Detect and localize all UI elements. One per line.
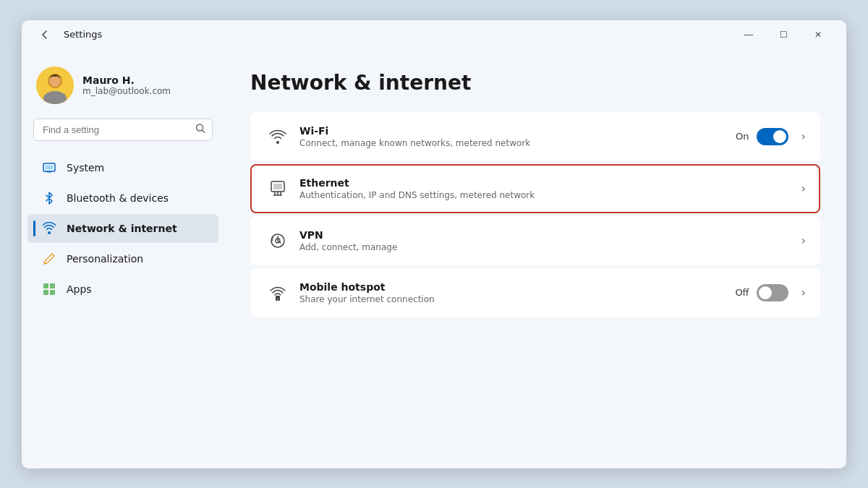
wifi-icon bbox=[265, 124, 291, 150]
svg-rect-11 bbox=[50, 283, 55, 288]
vpn-chevron: › bbox=[801, 234, 806, 247]
hotspot-chevron: › bbox=[801, 286, 806, 299]
wifi-info: Wi-Fi Connect, manage known networks, me… bbox=[291, 125, 736, 148]
user-email: m_lab@outlook.com bbox=[82, 86, 171, 96]
wifi-toggle[interactable] bbox=[757, 128, 788, 145]
hotspot-toggle-knob bbox=[759, 286, 772, 299]
ethernet-name: Ethernet bbox=[299, 177, 787, 189]
sidebar-label-personalization: Personalization bbox=[67, 253, 143, 265]
svg-rect-12 bbox=[43, 290, 48, 295]
hotspot-toggle-label: Off bbox=[735, 287, 749, 298]
search-input[interactable] bbox=[33, 119, 213, 141]
user-info: Mauro H. m_lab@outlook.com bbox=[82, 74, 171, 96]
ethernet-controls: › bbox=[796, 181, 806, 195]
user-name: Mauro H. bbox=[82, 74, 171, 86]
search-icon bbox=[195, 124, 205, 136]
window-title: Settings bbox=[64, 29, 102, 40]
hotspot-icon bbox=[265, 280, 291, 306]
vpn-controls: › bbox=[796, 234, 806, 247]
main-content: Network & internet Wi-Fi Conne bbox=[224, 49, 846, 468]
ethernet-chevron: › bbox=[801, 181, 806, 195]
search-box bbox=[33, 119, 213, 141]
titlebar-left: Settings bbox=[33, 23, 102, 46]
setting-row-vpn[interactable]: VPN Add, connect, manage › bbox=[250, 216, 820, 265]
sidebar-label-apps: Apps bbox=[67, 283, 92, 295]
back-button[interactable] bbox=[33, 23, 56, 46]
personalization-icon bbox=[42, 252, 56, 266]
network-icon bbox=[42, 221, 56, 236]
sidebar-label-bluetooth: Bluetooth & devices bbox=[67, 192, 169, 204]
sidebar-item-system[interactable]: System bbox=[27, 153, 218, 182]
minimize-button[interactable]: — bbox=[732, 23, 765, 46]
window-content: Mauro H. m_lab@outlook.com bbox=[22, 49, 846, 468]
wifi-desc: Connect, manage known networks, metered … bbox=[299, 138, 727, 148]
sidebar-label-network: Network & internet bbox=[67, 223, 177, 234]
sidebar-label-system: System bbox=[67, 162, 104, 174]
setting-row-wifi[interactable]: Wi-Fi Connect, manage known networks, me… bbox=[250, 112, 820, 161]
sidebar: Mauro H. m_lab@outlook.com bbox=[22, 49, 224, 468]
settings-window: Settings — ☐ ✕ bbox=[22, 20, 846, 468]
vpn-info: VPN Add, connect, manage bbox=[291, 229, 796, 252]
svg-rect-15 bbox=[273, 184, 282, 189]
hotspot-name: Mobile hotspot bbox=[299, 281, 726, 293]
sidebar-item-personalization[interactable]: Personalization bbox=[27, 244, 218, 273]
hotspot-toggle[interactable] bbox=[757, 284, 788, 301]
hotspot-controls: Off › bbox=[735, 284, 806, 301]
wifi-toggle-label: On bbox=[736, 131, 749, 142]
maximize-button[interactable]: ☐ bbox=[767, 23, 800, 46]
hotspot-desc: Share your internet connection bbox=[299, 294, 726, 304]
wifi-controls: On › bbox=[736, 128, 806, 145]
ethernet-desc: Authentication, IP and DNS settings, met… bbox=[299, 190, 787, 200]
wifi-name: Wi-Fi bbox=[299, 125, 727, 137]
bluetooth-icon bbox=[42, 191, 56, 205]
svg-rect-10 bbox=[43, 283, 48, 288]
sidebar-item-bluetooth[interactable]: Bluetooth & devices bbox=[27, 184, 218, 213]
hotspot-info: Mobile hotspot Share your internet conne… bbox=[291, 281, 735, 304]
page-title: Network & internet bbox=[250, 71, 820, 95]
wifi-chevron: › bbox=[801, 129, 806, 143]
vpn-icon bbox=[265, 228, 291, 254]
user-profile: Mauro H. m_lab@outlook.com bbox=[22, 58, 224, 119]
svg-point-23 bbox=[277, 299, 278, 299]
svg-rect-8 bbox=[46, 165, 54, 169]
vpn-desc: Add, connect, manage bbox=[299, 242, 787, 252]
svg-line-6 bbox=[203, 130, 205, 133]
close-button[interactable]: ✕ bbox=[801, 23, 835, 46]
settings-list: Wi-Fi Connect, manage known networks, me… bbox=[250, 112, 820, 317]
vpn-name: VPN bbox=[299, 229, 787, 241]
avatar bbox=[36, 67, 74, 104]
setting-row-hotspot[interactable]: Mobile hotspot Share your internet conne… bbox=[250, 268, 820, 317]
titlebar: Settings — ☐ ✕ bbox=[22, 20, 846, 49]
svg-rect-9 bbox=[47, 171, 51, 173]
sidebar-item-network[interactable]: Network & internet bbox=[27, 214, 218, 243]
svg-rect-13 bbox=[50, 290, 55, 295]
apps-icon bbox=[42, 282, 56, 296]
window-controls: — ☐ ✕ bbox=[732, 23, 835, 46]
ethernet-info: Ethernet Authentication, IP and DNS sett… bbox=[291, 177, 796, 200]
setting-row-ethernet[interactable]: Ethernet Authentication, IP and DNS sett… bbox=[250, 164, 820, 213]
wifi-toggle-knob bbox=[773, 130, 786, 143]
system-icon bbox=[42, 160, 56, 175]
sidebar-item-apps[interactable]: Apps bbox=[27, 275, 218, 304]
svg-rect-22 bbox=[276, 296, 280, 301]
ethernet-icon bbox=[265, 176, 291, 202]
